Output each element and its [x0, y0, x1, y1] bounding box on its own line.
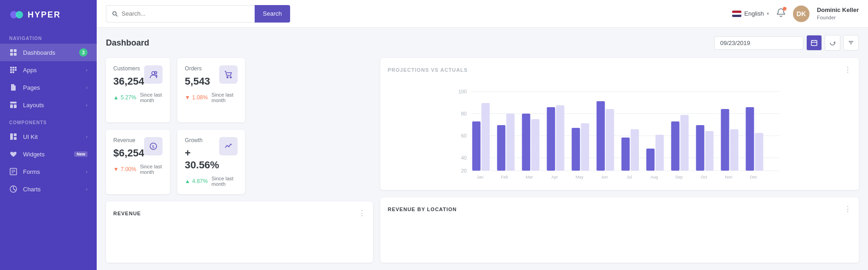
sidebar-item-apps[interactable]: Apps › — [0, 61, 97, 79]
svg-rect-18 — [14, 133, 17, 136]
search-button[interactable]: Search — [255, 5, 290, 23]
sidebar-item-widgets[interactable]: Widgets New — [0, 145, 97, 163]
projections-svg: 100 80 60 40 20 — [388, 80, 851, 181]
svg-text:20: 20 — [461, 168, 466, 173]
svg-point-1 — [16, 11, 23, 18]
svg-rect-2 — [10, 49, 13, 52]
svg-point-36 — [227, 77, 228, 78]
logo-icon — [9, 7, 24, 22]
svg-rect-15 — [10, 104, 13, 108]
refresh-button[interactable] — [825, 35, 840, 51]
svg-rect-79 — [730, 129, 739, 171]
uikit-icon — [9, 132, 17, 141]
svg-rect-76 — [705, 131, 714, 171]
revenue-by-location-title: REVENUE BY LOCATION — [388, 207, 457, 212]
svg-text:Aug: Aug — [650, 175, 658, 179]
svg-rect-19 — [14, 137, 17, 140]
customers-value: 36,254 — [113, 75, 144, 87]
svg-rect-13 — [12, 71, 14, 73]
svg-text:Nov: Nov — [725, 175, 733, 179]
notification-bell[interactable] — [776, 8, 786, 19]
revenue-label: Revenue — [113, 137, 144, 144]
dashboard-controls — [714, 35, 859, 51]
svg-rect-69 — [647, 149, 655, 171]
revenue-by-location-menu[interactable]: ⋮ — [844, 205, 851, 213]
sidebar-item-dashboards[interactable]: Dashboards 3 — [0, 44, 97, 61]
bar-actual-jan — [472, 121, 481, 171]
svg-rect-75 — [696, 125, 705, 171]
svg-rect-60 — [572, 128, 580, 171]
svg-rect-61 — [581, 123, 589, 171]
right-panel: PROJECTIONS VS ACTUALS ⋮ 100 80 60 40 20 — [380, 58, 859, 263]
svg-text:Dec: Dec — [750, 175, 757, 179]
apps-chevron: › — [86, 68, 87, 73]
dashboards-badge: 3 — [79, 48, 87, 57]
growth-value: + 30.56% — [185, 147, 219, 171]
projections-header: PROJECTIONS VS ACTUALS ⋮ — [388, 65, 851, 74]
svg-rect-14 — [10, 102, 17, 103]
apps-label: Apps — [23, 67, 81, 74]
ui-kit-chevron: › — [86, 134, 87, 139]
revenue-card-title: REVENUE — [113, 211, 141, 216]
heart-icon — [9, 150, 17, 158]
svg-rect-54 — [522, 114, 530, 171]
date-picker[interactable] — [714, 36, 804, 50]
forms-icon — [9, 167, 17, 176]
svg-rect-72 — [671, 121, 680, 171]
sidebar-item-ui-kit[interactable]: UI Kit › — [0, 128, 97, 145]
dashboard-content: Customers 36,254 ▲ 5.27% Since last mont… — [106, 58, 859, 263]
flag-icon — [732, 11, 741, 17]
orders-change: ▼ 1.08% Since last month — [185, 92, 238, 103]
projections-menu[interactable]: ⋮ — [844, 65, 851, 74]
pages-icon — [9, 83, 17, 92]
charts-chevron: › — [86, 187, 87, 192]
notification-dot — [783, 7, 786, 11]
revenue-change: ▼ 7.00% Since last month — [113, 164, 163, 175]
projections-title: PROJECTIONS VS ACTUALS — [388, 67, 468, 73]
svg-rect-27 — [811, 40, 817, 46]
svg-text:Sep: Sep — [675, 175, 682, 179]
layouts-icon — [9, 101, 17, 109]
sidebar-item-charts[interactable]: Charts › — [0, 180, 97, 198]
search-input-wrap — [106, 5, 255, 23]
chart-icon — [9, 185, 17, 193]
forms-chevron: › — [86, 169, 87, 174]
avatar: DK — [793, 6, 810, 22]
sidebar-section-navigation: NAVIGATION Dashboards 3 Apps › Pages › — [0, 29, 97, 114]
orders-arrow: ▼ — [185, 94, 190, 101]
revenue-by-location-header: REVENUE BY LOCATION ⋮ — [388, 205, 851, 213]
orders-value: 5,543 — [185, 75, 210, 87]
svg-rect-63 — [597, 101, 605, 171]
filter-button[interactable] — [843, 35, 859, 51]
sidebar-item-forms[interactable]: Forms › — [0, 163, 97, 180]
layouts-chevron: › — [86, 103, 87, 108]
language-selector[interactable]: English ▾ — [732, 10, 769, 17]
orders-label: Orders — [185, 65, 210, 72]
revenue-by-location-card: REVENUE BY LOCATION ⋮ — [380, 197, 859, 263]
svg-text:Jan: Jan — [477, 175, 484, 179]
growth-icon — [219, 137, 238, 155]
logo-text: HYPER — [28, 10, 61, 20]
revenue-menu[interactable]: ⋮ — [358, 209, 366, 218]
sidebar-item-layouts[interactable]: Layouts › — [0, 96, 97, 114]
svg-text:Mar: Mar — [526, 175, 533, 179]
svg-rect-6 — [10, 67, 12, 69]
svg-rect-64 — [606, 109, 614, 171]
svg-text:Jul: Jul — [627, 175, 632, 179]
growth-change: ▲ 4.87% Since last month — [185, 176, 238, 187]
logo-area: HYPER — [0, 0, 97, 29]
svg-text:May: May — [576, 175, 584, 179]
sidebar-item-pages[interactable]: Pages › — [0, 79, 97, 96]
svg-text:Apr: Apr — [551, 175, 558, 179]
svg-text:100: 100 — [458, 89, 466, 94]
svg-rect-7 — [12, 67, 14, 69]
search-input[interactable] — [122, 10, 249, 17]
calendar-button[interactable] — [806, 35, 822, 51]
lang-chevron: ▾ — [767, 11, 769, 16]
stats-grid: Customers 36,254 ▲ 5.27% Since last mont… — [106, 58, 235, 194]
stat-card-orders: Orders 5,543 ▼ 1.08% Since last month — [177, 58, 245, 122]
forms-label: Forms — [23, 168, 81, 175]
main-area: Search English ▾ DK Dominic Keller Found… — [97, 0, 868, 270]
user-info: Dominic Keller Founder — [817, 6, 859, 21]
svg-rect-4 — [10, 53, 13, 56]
